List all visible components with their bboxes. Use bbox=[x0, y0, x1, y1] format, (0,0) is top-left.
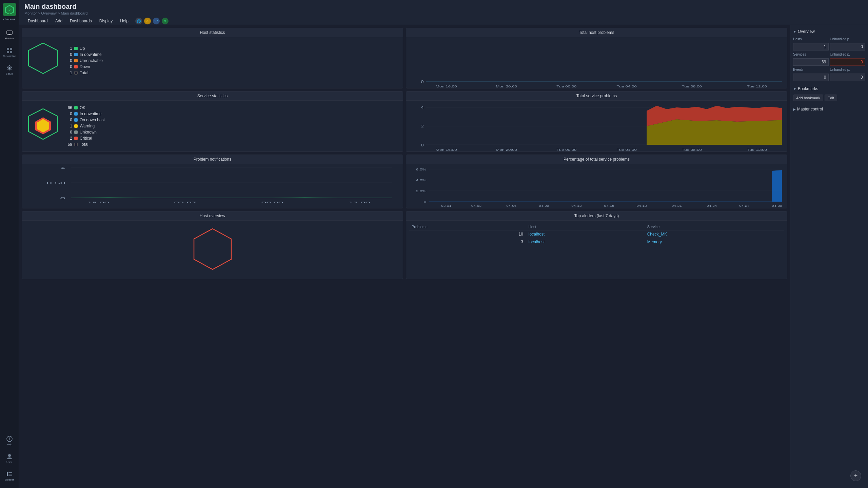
top-header: Main dashboard Monitor > Overview > Main… bbox=[19, 0, 868, 25]
master-control-chevron-right: ▶ bbox=[793, 107, 796, 111]
stat-warning[interactable]: 1 Warning bbox=[65, 123, 105, 129]
unhandled-p2-value[interactable]: 3 bbox=[830, 58, 866, 66]
stat-down-dot bbox=[74, 65, 78, 68]
stat-ok-label: OK bbox=[80, 105, 85, 110]
stat-up-num: 1 bbox=[65, 46, 72, 51]
svg-text:04-30: 04-30 bbox=[772, 204, 782, 207]
svg-text:i: i bbox=[9, 437, 9, 441]
stat-downtime-label: In downtime bbox=[80, 52, 102, 57]
svg-text:6.0%: 6.0% bbox=[416, 168, 426, 171]
stat-total-hosts[interactable]: 1 Total bbox=[65, 70, 103, 76]
svg-text:04-27: 04-27 bbox=[739, 204, 750, 207]
events-value[interactable]: 0 bbox=[793, 74, 829, 81]
host-overview-title: Host overview bbox=[22, 211, 403, 221]
master-control-title[interactable]: ▶ Master control bbox=[793, 105, 865, 113]
svg-rect-2 bbox=[7, 31, 12, 34]
bookmarks-chevron-down: ▼ bbox=[793, 87, 796, 91]
svg-text:4.0%: 4.0% bbox=[416, 179, 426, 182]
warning-icon[interactable]: ⚠ bbox=[144, 18, 151, 24]
overview-section: ▼ Overview Hosts Unhandled p. 1 0 Servic… bbox=[793, 28, 865, 81]
events-label: Events bbox=[793, 67, 829, 72]
bookmarks-section: ▼ Bookmarks Add bookmark Edit bbox=[793, 85, 865, 101]
stat-total-hosts-label: Total bbox=[80, 70, 88, 75]
svg-rect-16 bbox=[8, 475, 12, 476]
unhandled-p3-value[interactable]: 0 bbox=[830, 74, 866, 81]
nav-monitor[interactable]: Monitor bbox=[1, 26, 18, 43]
stat-in-downtime[interactable]: 0 In downtime bbox=[65, 52, 103, 58]
svg-rect-7 bbox=[7, 51, 9, 53]
overview-section-title[interactable]: ▼ Overview bbox=[793, 28, 865, 35]
overview-chevron-down: ▼ bbox=[793, 30, 796, 34]
top-alerters-panel: Top alerters (last 7 days) Problems Host… bbox=[406, 211, 787, 279]
unhandled-p1-value[interactable]: 0 bbox=[830, 43, 866, 50]
unhandled-p3-label: Unhandled p. bbox=[830, 67, 866, 72]
svg-text:Tue 08:00: Tue 08:00 bbox=[682, 148, 702, 151]
edit-bookmark-button[interactable]: Edit bbox=[825, 95, 837, 101]
stat-total-svc-num: 69 bbox=[65, 142, 72, 147]
stat-up[interactable]: 1 Up bbox=[65, 45, 103, 52]
stat-svc-downtime-dot bbox=[74, 112, 78, 116]
app-logo[interactable]: ✓ bbox=[3, 3, 16, 16]
stat-unreachable-num: 0 bbox=[65, 58, 72, 63]
nav-sidebar[interactable]: Sidebar bbox=[1, 468, 18, 484]
svg-text:2: 2 bbox=[421, 124, 424, 128]
stat-down[interactable]: 0 Down bbox=[65, 64, 103, 70]
nav-user[interactable]: User bbox=[1, 450, 18, 466]
nav-help[interactable]: Help bbox=[117, 17, 132, 25]
svg-text:0: 0 bbox=[424, 200, 426, 204]
nav-add[interactable]: Add bbox=[52, 17, 66, 25]
nav-dashboards[interactable]: Dashboards bbox=[66, 17, 95, 25]
col-service: Service bbox=[645, 223, 784, 230]
stat-total-svc[interactable]: 69 Total bbox=[65, 141, 105, 147]
host-overview-body bbox=[22, 221, 403, 279]
service-statistics-title: Service statistics bbox=[22, 92, 403, 101]
stat-warning-label: Warning bbox=[80, 124, 95, 128]
svg-rect-4 bbox=[8, 35, 11, 35]
stat-critical-num: 2 bbox=[65, 136, 72, 141]
svg-text:1: 1 bbox=[60, 166, 65, 169]
stat-on-down-host-num: 0 bbox=[65, 118, 72, 122]
svg-text:0: 0 bbox=[421, 80, 424, 84]
total-host-problems-panel: Total host problems 0 Mon 16:00 Mon 20:0… bbox=[406, 28, 787, 88]
problem-notifications-panel: Problem notifications 0 0.50 1 18:00 05-… bbox=[22, 155, 403, 208]
col-host: Host bbox=[526, 223, 645, 230]
stat-svc-downtime[interactable]: 0 In downtime bbox=[65, 111, 105, 117]
add-bookmark-button[interactable]: Add bookmark bbox=[793, 95, 823, 101]
services-value[interactable]: 69 bbox=[793, 58, 829, 66]
stat-on-down-host-label: On down host bbox=[80, 118, 105, 122]
top-nav: Dashboard Add Dashboards Display Help 🌐 … bbox=[24, 17, 863, 25]
svg-text:Tue 12:00: Tue 12:00 bbox=[747, 148, 767, 151]
nav-setup[interactable]: Setup bbox=[1, 62, 18, 78]
nav-customize[interactable]: Customize bbox=[1, 44, 18, 60]
stat-svc-downtime-label: In downtime bbox=[80, 111, 102, 116]
stat-ok[interactable]: 66 OK bbox=[65, 105, 105, 111]
bookmarks-section-title[interactable]: ▼ Bookmarks bbox=[793, 85, 865, 93]
hosts-value[interactable]: 1 bbox=[793, 43, 829, 50]
alerter-row-2[interactable]: 3 localhost Memory bbox=[409, 238, 784, 246]
add-button[interactable]: + bbox=[850, 470, 861, 481]
alerter-1-problems: 10 bbox=[409, 230, 526, 238]
stat-on-down-host[interactable]: 0 On down host bbox=[65, 117, 105, 123]
nav-display[interactable]: Display bbox=[96, 17, 116, 25]
shield-icon[interactable]: 🛡 bbox=[153, 18, 160, 24]
stat-unreachable[interactable]: 0 Unreachable bbox=[65, 58, 103, 64]
stat-unknown[interactable]: 0 Unknown bbox=[65, 129, 105, 135]
overview-title-label: Overview bbox=[798, 29, 815, 34]
svg-text:2.0%: 2.0% bbox=[416, 189, 426, 193]
globe-icon[interactable]: 🌐 bbox=[135, 18, 142, 24]
stat-critical[interactable]: 2 Critical bbox=[65, 135, 105, 141]
pct-service-problems-panel: Percentage of total service problems 0 2… bbox=[406, 155, 787, 208]
alerter-2-host: localhost bbox=[526, 238, 645, 246]
svg-point-12 bbox=[8, 454, 11, 457]
svg-text:04-12: 04-12 bbox=[571, 204, 582, 207]
filter-icon[interactable]: ▼ bbox=[162, 18, 169, 24]
nav-help-label: Help bbox=[6, 443, 12, 446]
nav-dashboard[interactable]: Dashboard bbox=[24, 17, 51, 25]
host-hexagon bbox=[26, 41, 60, 80]
stat-total-dot bbox=[74, 71, 78, 75]
alerter-row-1[interactable]: 10 localhost Check_MK bbox=[409, 230, 784, 238]
host-statistics-panel: Host statistics 1 Up bbox=[22, 28, 403, 88]
total-host-problems-title: Total host problems bbox=[406, 28, 787, 37]
nav-help[interactable]: i Help bbox=[1, 432, 18, 449]
svg-text:05-02: 05-02 bbox=[174, 201, 196, 204]
